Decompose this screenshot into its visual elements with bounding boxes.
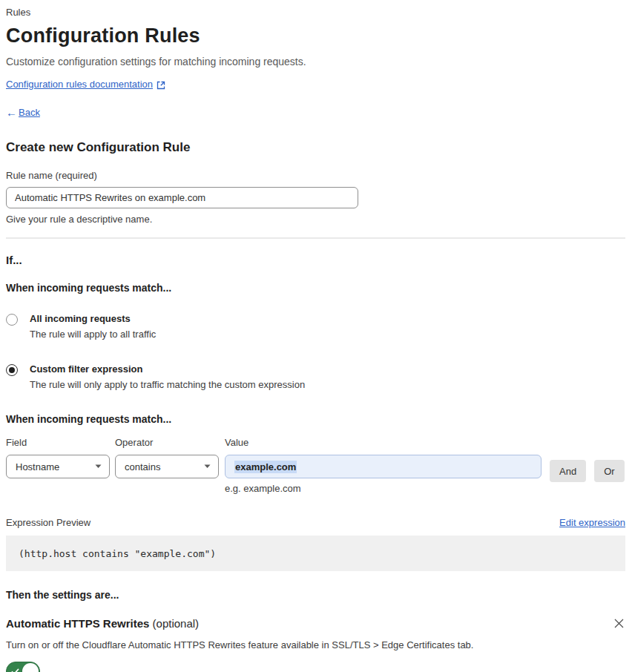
section-divider bbox=[6, 237, 625, 239]
rule-name-input[interactable] bbox=[6, 187, 358, 208]
radio-custom-filter-label: Custom filter expression bbox=[30, 363, 305, 375]
create-rule-heading: Create new Configuration Rule bbox=[6, 140, 625, 155]
then-heading: Then the settings are... bbox=[6, 589, 625, 601]
radio-custom-filter[interactable] bbox=[6, 364, 18, 376]
radio-all-requests-description: The rule will apply to all traffic bbox=[30, 329, 156, 340]
chevron-down-icon bbox=[95, 464, 102, 469]
field-label: Field bbox=[6, 437, 110, 448]
field-select[interactable]: Hostname bbox=[6, 455, 110, 478]
breadcrumb: Rules bbox=[6, 7, 625, 19]
edit-expression-link[interactable]: Edit expression bbox=[559, 517, 625, 528]
chevron-down-icon bbox=[204, 464, 211, 469]
back-arrow-icon: ← bbox=[6, 106, 17, 119]
setting-description: Turn on or off the Cloudflare Automatic … bbox=[6, 639, 625, 650]
back-link[interactable]: Back bbox=[19, 107, 40, 118]
page-title: Configuration Rules bbox=[6, 24, 625, 47]
field-select-value: Hostname bbox=[16, 461, 59, 472]
remove-setting-button[interactable] bbox=[613, 617, 625, 630]
close-icon bbox=[614, 619, 624, 628]
radio-custom-filter-description: The rule will only apply to traffic matc… bbox=[30, 379, 305, 391]
check-icon bbox=[11, 668, 19, 672]
rule-name-label: Rule name (required) bbox=[6, 170, 625, 181]
expression-builder-heading: When incoming requests match... bbox=[6, 413, 625, 425]
if-heading: If... bbox=[6, 254, 625, 266]
configuration-rules-page: Rules Configuration Rules Customize conf… bbox=[0, 0, 632, 672]
operator-select-value: contains bbox=[125, 461, 160, 472]
and-button[interactable]: And bbox=[550, 460, 586, 482]
expression-builder-row: Field Hostname Operator contains Value e… bbox=[6, 437, 625, 494]
page-description: Customize configuration settings for mat… bbox=[6, 56, 625, 68]
toggle-knob bbox=[22, 663, 39, 672]
value-label: Value bbox=[225, 437, 542, 448]
documentation-link[interactable]: Configuration rules documentation bbox=[6, 79, 153, 90]
match-type-heading: When incoming requests match... bbox=[6, 282, 625, 294]
or-button[interactable]: Or bbox=[594, 460, 624, 482]
automatic-https-rewrites-toggle[interactable] bbox=[6, 662, 40, 672]
external-link-icon bbox=[157, 81, 165, 90]
operator-label: Operator bbox=[115, 437, 219, 448]
radio-option-custom-filter[interactable]: Custom filter expression The rule will o… bbox=[6, 363, 625, 391]
operator-select[interactable]: contains bbox=[115, 455, 219, 478]
radio-all-requests[interactable] bbox=[6, 314, 18, 326]
expression-preview-label: Expression Preview bbox=[6, 517, 90, 528]
radio-option-all-requests[interactable]: All incoming requests The rule will appl… bbox=[6, 313, 625, 340]
setting-optional-tag: (optional) bbox=[149, 617, 199, 630]
expression-code: (http.host contains "example.com") bbox=[19, 548, 216, 559]
setting-title: Automatic HTTPS Rewrites (optional) bbox=[6, 617, 199, 630]
value-input[interactable]: example.com bbox=[225, 455, 542, 478]
value-helper: e.g. example.com bbox=[225, 483, 542, 494]
expression-preview-box: (http.host contains "example.com") bbox=[6, 536, 625, 571]
value-input-text: example.com bbox=[234, 461, 297, 473]
rule-name-helper: Give your rule a descriptive name. bbox=[6, 214, 625, 225]
radio-all-requests-label: All incoming requests bbox=[30, 313, 156, 325]
setting-title-name: Automatic HTTPS Rewrites bbox=[6, 617, 149, 630]
